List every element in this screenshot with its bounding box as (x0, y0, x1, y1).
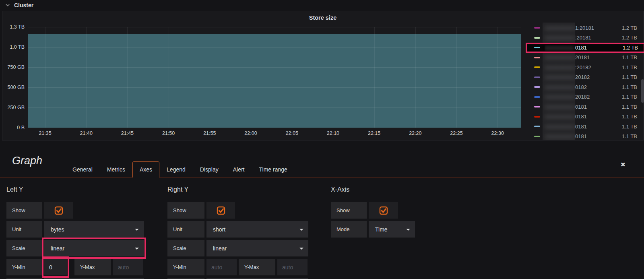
y-tick-label: 250 GB (2, 104, 25, 111)
right-y-unit-dropdown[interactable]: short (206, 221, 308, 238)
legend-series-name-suffix: 0181 (575, 104, 587, 110)
right-y-unit-label: Unit (167, 221, 204, 238)
x-tick-label: 22:15 (368, 130, 380, 136)
left-y-min-input[interactable] (44, 259, 67, 275)
legend-series-marker (534, 106, 540, 107)
legend-row[interactable]: xxxxxxxxxxxx01811.1 TB (526, 132, 644, 142)
left-y-show-checkbox[interactable] (44, 202, 73, 219)
legend-row[interactable]: xxxxxxxxxxxx:201821.1 TB (526, 62, 644, 72)
y-tick-label: 1.3 TB (2, 24, 25, 30)
gridline-horizontal (28, 47, 521, 48)
legend-series-value: 1.1 TB (619, 74, 637, 80)
right-y-scale-label: Scale (167, 240, 204, 256)
legend-series-name: xxxxxxxxxxxx0181 (545, 114, 587, 120)
tab-general[interactable]: General (65, 161, 100, 178)
blurred-series-name: xxxxxxxxxxxx (545, 124, 574, 130)
legend-series-marker (534, 27, 540, 29)
caret-down-icon (135, 248, 139, 250)
x-axis-mode-dropdown[interactable]: Time (369, 221, 415, 238)
legend-series-name-suffix: 20182 (575, 74, 590, 80)
blurred-series-name: xxxxxxxxxxxx (545, 45, 574, 51)
legend-series-name: xxxxxxxxxxxx0182 (545, 84, 587, 90)
x-axis-mode-label: Mode (331, 221, 367, 238)
x-axis-heading: X-Axis (331, 186, 415, 195)
panel-editor: Graph GeneralMetricsAxesLegendDisplayAle… (0, 141, 644, 279)
legend-row[interactable]: xxxxxxxxxxxx201811.1 TB (526, 53, 644, 63)
y-tick-label: 500 GB (2, 84, 25, 91)
tab-legend[interactable]: Legend (159, 161, 193, 178)
panel-title[interactable]: Store size (2, 14, 643, 21)
legend-series-marker (534, 37, 540, 39)
right-y-heading: Right Y (167, 186, 308, 195)
left-y-scale-label: Scale (6, 240, 42, 256)
legend-series-value: 1.2 TB (619, 25, 637, 31)
tab-axes[interactable]: Axes (132, 161, 159, 178)
tab-display[interactable]: Display (193, 161, 226, 178)
right-y-scale-dropdown[interactable]: linear (206, 240, 308, 256)
left-y-min-label: Y-Min (6, 259, 42, 275)
legend-series-value: 1.1 TB (619, 124, 637, 130)
legend-series-value: 1.1 TB (619, 84, 637, 90)
legend-series-name-suffix: 0181 (575, 45, 587, 51)
editor-tabbar: GeneralMetricsAxesLegendDisplayAlertTime… (0, 160, 644, 178)
tab-time-range[interactable]: Time range (252, 161, 294, 178)
close-icon[interactable]: ✖ (620, 161, 625, 168)
gridline-vertical (374, 27, 375, 128)
chart-area-fill (28, 34, 521, 128)
x-tick-label: 22:30 (491, 130, 504, 136)
legend-scrollbar-thumb[interactable] (641, 79, 644, 103)
gridline-horizontal (28, 107, 521, 108)
x-tick-label: 21:55 (203, 130, 216, 136)
left-y-unit-label: Unit (6, 221, 42, 238)
right-y-max-label: Y-Max (239, 259, 275, 275)
chart-plot-area[interactable] (28, 27, 521, 128)
tab-alert[interactable]: Alert (226, 161, 252, 178)
left-y-max-label: Y-Max (74, 259, 111, 275)
right-y-min-input[interactable] (206, 259, 237, 275)
legend-series-value: 1.1 TB (619, 54, 637, 60)
legend-row[interactable]: xxxxxxxxxxxx:201811.2 TB (526, 33, 644, 43)
legend-row[interactable]: xxxxxxxxxxxx01811.1 TB (526, 122, 644, 132)
blurred-series-name: xxxxxxxxxxxx (545, 54, 574, 60)
y-tick-label: 750 GB (2, 64, 25, 70)
gridline-vertical (456, 27, 457, 128)
x-axis-mode-value: Time (375, 226, 388, 233)
legend-series-name-suffix: 20182 (575, 94, 590, 100)
legend-series-name: xxxxxxxxxxxx20182 (545, 94, 590, 100)
gridline-horizontal (28, 67, 521, 68)
blurred-series-name: xxxxxxxxxxxx (545, 133, 574, 139)
checkbox-checked-icon (379, 206, 388, 215)
gridline-vertical (497, 27, 498, 128)
legend-series-value: 1.1 TB (619, 114, 637, 120)
legend-row[interactable]: xxxxxxxxxxxx201821.1 TB (526, 72, 644, 83)
legend-series-name-suffix: 0181 (575, 114, 587, 120)
x-axis-section: X-Axis Show Mode Time (331, 186, 415, 240)
legend-row[interactable]: xxxxxxxxxxxx01811.1 TB (526, 112, 644, 122)
left-y-scale-dropdown[interactable]: linear (44, 240, 144, 256)
legend-series-marker (534, 66, 540, 68)
cluster-row-toggle[interactable]: Cluster (0, 0, 644, 10)
legend-series-name: xxxxxxxxxxxx20182 (545, 74, 590, 80)
legend-row[interactable]: xxxxxxxxxxxx201821.1 TB (526, 92, 644, 102)
x-tick-label: 21:35 (39, 130, 51, 136)
right-y-unit-value: short (213, 226, 225, 233)
tab-metrics[interactable]: Metrics (100, 161, 132, 178)
legend-series-name: xxxxxxxxxxxx0181 (545, 124, 587, 130)
x-axis-show-checkbox[interactable] (369, 202, 398, 219)
legend-series-marker (534, 57, 540, 58)
legend-row[interactable]: xxxxxxxxxxxx01811.2 TB (526, 43, 644, 53)
left-y-heading: Left Y (6, 186, 144, 195)
legend-row[interactable]: xxxxxxxxxxxx01811.1 TB (526, 102, 644, 112)
legend-series-value: 1.1 TB (619, 133, 637, 139)
left-y-section: Left Y Show Unit bytes (6, 186, 144, 279)
x-tick-label: 21:45 (121, 130, 134, 136)
gridline-vertical (86, 27, 87, 128)
left-y-unit-dropdown[interactable]: bytes (44, 221, 144, 238)
legend: xxxxxxxxxxxx1:201811.2 TBxxxxxxxxxxxx:20… (526, 23, 644, 141)
right-y-max-input[interactable] (277, 259, 308, 275)
right-y-show-checkbox[interactable] (206, 202, 235, 219)
legend-row[interactable]: xxxxxxxxxxxx1:201811.2 TB (526, 23, 644, 33)
gridline-horizontal (28, 87, 521, 88)
left-y-max-input[interactable] (113, 259, 143, 275)
legend-row[interactable]: xxxxxxxxxxxx01821.1 TB (526, 82, 644, 92)
